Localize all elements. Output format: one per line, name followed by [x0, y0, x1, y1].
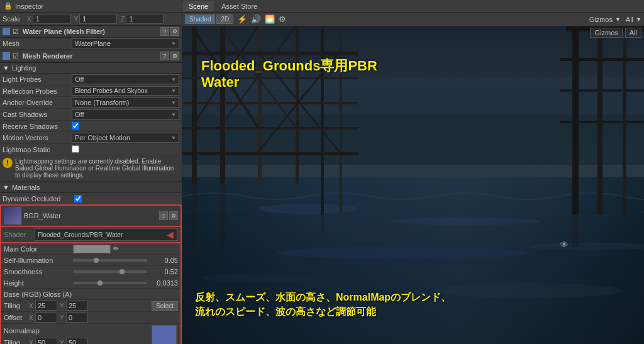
- cast-shadows-label: Cast Shadows: [3, 111, 72, 118]
- gizmos-overlay: Gizmos All: [590, 28, 641, 38]
- gizmos-dropdown-icon[interactable]: ▼: [615, 16, 621, 23]
- self-illumination-label: Self-Illumination: [4, 257, 73, 264]
- gizmos-btn[interactable]: Gizmos: [589, 16, 613, 23]
- anchor-override-value[interactable]: None (Transform): [72, 97, 179, 108]
- audio-toggle-icon[interactable]: 🔊: [251, 14, 261, 24]
- smoothness-slider[interactable]: 0.52: [73, 268, 178, 275]
- lightmap-static-checkbox[interactable]: [72, 145, 79, 153]
- shaded-btn[interactable]: Shaded: [185, 14, 215, 24]
- tab-asset-store[interactable]: Asset Store: [215, 1, 264, 11]
- lock-icon[interactable]: 🔒: [4, 2, 13, 10]
- lightmap-static-row: Lightmap Static: [0, 144, 182, 155]
- svg-point-5: [258, 204, 358, 214]
- effects-icon[interactable]: 🌅: [265, 14, 275, 24]
- material-icon: [4, 207, 21, 225]
- warning-box: ! Lightmapping settings are currently di…: [0, 155, 182, 182]
- normalmap1-tiling-fields: X 50 Y 50: [29, 338, 149, 344]
- materials-label: Materials: [12, 184, 40, 191]
- scale-z-field[interactable]: 1: [126, 14, 164, 24]
- shader-arrow-icon: ◀: [167, 230, 174, 240]
- height-value: 0.0313: [150, 279, 178, 287]
- svg-rect-35: [192, 184, 197, 259]
- offset1-x-input[interactable]: 0: [35, 313, 57, 323]
- anchor-override-label: Anchor Override: [3, 99, 72, 106]
- scene-eye-icon[interactable]: 👁: [560, 240, 569, 250]
- motion-vectors-row: Motion Vectors Per Object Motion: [0, 132, 182, 144]
- annotation-pbr-water: Flooded_Grounds専用PBR Water: [201, 58, 377, 91]
- mesh-filter-help-btn[interactable]: ?: [160, 27, 169, 36]
- normalmap1-x-input[interactable]: 50: [35, 338, 57, 344]
- tiling1-fields: X 25 Y 25: [29, 301, 152, 311]
- tab-scene[interactable]: Scene: [182, 1, 215, 11]
- 2d-btn[interactable]: 2D: [216, 14, 233, 24]
- svg-rect-36: [220, 184, 225, 247]
- scale-row: Scale X 1 Y 1 Z 1: [0, 13, 182, 25]
- svg-rect-11: [192, 26, 197, 184]
- tiling1-select-btn[interactable]: Select: [152, 301, 178, 311]
- height-row: Height 0.0313: [1, 277, 180, 289]
- offset1-label: Offset: [4, 314, 29, 321]
- normalmap1-tiling-y: Y 50: [60, 338, 88, 344]
- tiling1-y-input[interactable]: 25: [66, 301, 88, 311]
- motion-vectors-value[interactable]: Per Object Motion: [72, 133, 179, 143]
- mesh-value[interactable]: WaterPlane: [72, 38, 179, 48]
- inspector-panel: 🔒 Inspector Scale X 1 Y 1 Z 1 ☑ Water Pl…: [0, 0, 182, 344]
- shader-value-text: Flooded_Grounds/PBR_Water: [38, 231, 123, 238]
- mesh-filter-settings-btn[interactable]: ⚙: [170, 27, 179, 36]
- receive-shadows-checkbox[interactable]: [72, 122, 79, 130]
- lighting-collapse-icon[interactable]: ▼: [3, 64, 9, 72]
- light-probes-value[interactable]: Off: [72, 74, 179, 84]
- materials-section-header: ▼ Materials: [0, 182, 182, 193]
- material-name: BGR_Water: [24, 212, 157, 219]
- base-rgb-row: Base (RGB) Gloss (A): [1, 289, 180, 300]
- svg-rect-12: [220, 26, 225, 184]
- y-axis-label: Y: [74, 16, 79, 23]
- all-dropdown-icon[interactable]: ▼: [636, 16, 641, 23]
- material-action1[interactable]: ⊙: [159, 211, 168, 220]
- offset1-fields: X 0 Y 0: [29, 313, 178, 323]
- reflection-probes-value[interactable]: Blend Probes And Skybox: [72, 86, 179, 96]
- normalmap1-label: Normalmap: [4, 327, 73, 335]
- svg-rect-21: [182, 152, 358, 155]
- normalmap1-y-axis: Y: [60, 340, 65, 345]
- offset1-y-input[interactable]: 0: [66, 313, 88, 323]
- svg-point-9: [201, 274, 314, 282]
- material-properties: Main Color ✏ Self-Illumination 0.05 Smoo…: [0, 243, 182, 344]
- self-illumination-slider[interactable]: 0.05: [73, 257, 178, 264]
- main-color-edit-icon[interactable]: ✏: [113, 245, 119, 253]
- normalmap1-texture[interactable]: [152, 325, 177, 344]
- z-axis-label: Z: [121, 16, 125, 23]
- inspector-content: Scale X 1 Y 1 Z 1 ☑ Water Plane (Mesh Fi…: [0, 13, 182, 344]
- height-slider[interactable]: 0.0313: [73, 279, 178, 287]
- normalmap1-tiling-row: Tiling X 50 Y 50: [4, 336, 149, 344]
- scene-view: Scene Asset Store Shaded 2D ⚡ 🔊 🌅 ⚙ Gizm…: [182, 0, 644, 344]
- mesh-renderer-help-btn[interactable]: ?: [160, 52, 169, 60]
- receive-shadows-checkbox-container: [72, 122, 179, 131]
- normalmap1-tiling-x: X 50: [29, 338, 57, 344]
- materials-collapse-icon[interactable]: ▼: [3, 184, 9, 191]
- shader-value[interactable]: Flooded_Grounds/PBR_Water ◀: [35, 228, 178, 241]
- base-rgb-label: Base (RGB) Gloss (A): [4, 291, 73, 298]
- scale-x-field[interactable]: 1: [33, 14, 70, 24]
- tiling1-x-input[interactable]: 25: [35, 301, 57, 311]
- dynamic-occluded-checkbox[interactable]: [74, 195, 82, 203]
- dynamic-occluded-label: Dynamic Occluded: [3, 195, 72, 203]
- mesh-renderer-name: Mesh Renderer: [23, 52, 158, 60]
- scale-y-field[interactable]: 1: [79, 14, 117, 24]
- svg-rect-32: [560, 89, 644, 92]
- self-illumination-value: 0.05: [150, 257, 178, 264]
- cast-shadows-value[interactable]: Off: [72, 109, 179, 119]
- material-action2[interactable]: ⚙: [169, 211, 178, 220]
- normalmap1-y-input[interactable]: 50: [66, 338, 88, 344]
- lighting-toggle-icon[interactable]: ⚡: [237, 14, 247, 24]
- main-color-swatch[interactable]: [73, 245, 111, 253]
- mesh-renderer-settings-btn[interactable]: ⚙: [170, 52, 179, 60]
- checkbox-mesh-filter[interactable]: ☑: [13, 28, 19, 36]
- normalmap1-content: Normalmap Tiling X 50 Y 50: [4, 325, 149, 344]
- scene-canvas[interactable]: Gizmos All 👁 Flooded_Grounds専用PBR Water …: [182, 26, 644, 344]
- checkbox-mesh-renderer[interactable]: ☑: [13, 52, 19, 60]
- scene-settings-icon[interactable]: ⚙: [279, 14, 286, 24]
- lightmap-static-checkbox-container: [72, 145, 179, 154]
- tiling1-x-field: X 25: [29, 301, 57, 311]
- annotation-features: 反射、スムーズ、水面の高さ、NormalMapのブレンド、 流れのスピード、波の…: [195, 291, 451, 319]
